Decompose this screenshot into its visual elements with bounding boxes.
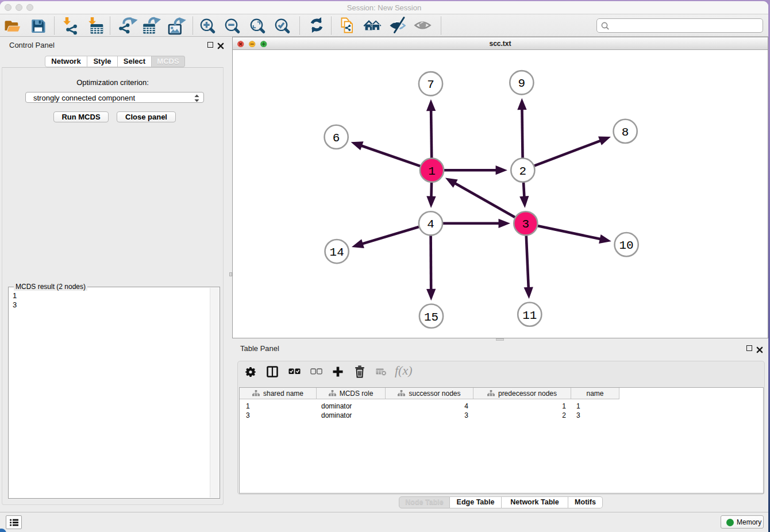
svg-text:15: 15 <box>424 311 438 324</box>
svg-text:9: 9 <box>518 77 526 90</box>
svg-text:1: 1 <box>428 165 436 178</box>
svg-text:7: 7 <box>427 78 434 91</box>
svg-text:2: 2 <box>519 165 527 178</box>
svg-text:3: 3 <box>522 218 530 231</box>
svg-text:6: 6 <box>333 132 340 145</box>
svg-text:11: 11 <box>522 309 537 322</box>
svg-text:8: 8 <box>622 126 629 139</box>
svg-text:14: 14 <box>330 246 344 259</box>
svg-text:10: 10 <box>619 239 634 252</box>
svg-text:4: 4 <box>427 218 434 231</box>
